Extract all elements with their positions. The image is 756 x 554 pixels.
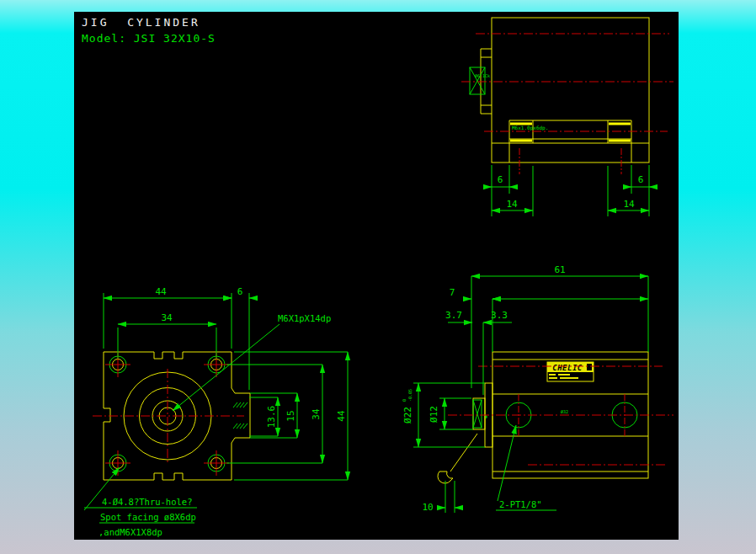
bore-mark: Ø32 bbox=[561, 409, 568, 414]
dim-height-44: 44 bbox=[336, 410, 347, 422]
note-spot-facing: Spot facing ø8X6dp bbox=[100, 512, 196, 522]
dim-15: 15 bbox=[285, 410, 296, 421]
port-leader: 2-PT1/8" bbox=[496, 425, 556, 510]
dim-14-right: 14 bbox=[623, 199, 635, 210]
dim-ext-6: 6 bbox=[237, 286, 243, 297]
wrench-symbol bbox=[438, 434, 477, 483]
brand-label: CHELIC bbox=[552, 364, 583, 372]
cad-drawing: JIG CYLINDER Model: JSI 32X10-S bbox=[74, 12, 679, 540]
dim-rod-7: 7 bbox=[450, 287, 455, 298]
dim-3-7: 3.7 bbox=[445, 310, 462, 321]
dim-13-6: 13.6 bbox=[266, 406, 277, 429]
note-thread: ,andM6X1X8dp bbox=[98, 527, 162, 537]
front-view-centerlines bbox=[93, 352, 244, 476]
front-view-notes: 4-Ø4.8?Thru-hole? Spot facing ø8X6dp ,an… bbox=[84, 467, 197, 537]
rod-port-label: Ø6.1Ck bbox=[475, 73, 490, 78]
front-view: 44 6 34 13.6 15 34 bbox=[84, 286, 348, 537]
thread-leader-label: M6X1pX14dp bbox=[278, 313, 331, 323]
dim-dia22-tol-lower: -0.05 bbox=[407, 389, 413, 402]
dim-dia22-tol-upper: 0 bbox=[402, 399, 407, 402]
dim-6-right: 6 bbox=[638, 174, 644, 185]
page-title: JIG CYLINDER bbox=[82, 16, 200, 29]
front-view-thread-leader: M6X1pX14dp bbox=[173, 313, 331, 411]
brand-plate: CHELIC bbox=[547, 362, 594, 381]
top-view-centerlines bbox=[461, 34, 673, 174]
port-leader-label: 2-PT1/8" bbox=[499, 499, 542, 509]
dim-dia22: Ø22 bbox=[402, 407, 413, 423]
dim-bolt-h-34: 34 bbox=[161, 312, 173, 323]
dim-14-left: 14 bbox=[506, 199, 518, 210]
top-view: 6 6 14 14 M6x1.0px6dp. Ø6.1Ck bbox=[461, 18, 673, 216]
dim-bolt-v-34: 34 bbox=[311, 408, 322, 420]
dim-3-3: 3.3 bbox=[491, 310, 508, 321]
desktop-background: JIG CYLINDER Model: JSI 32X10-S bbox=[0, 0, 756, 554]
dim-wrench-10: 10 bbox=[422, 502, 433, 513]
side-view-dimensions: 61 7 3.7 3.3 Ø22 0 -0.05 bbox=[402, 264, 648, 513]
dim-dia12: Ø12 bbox=[429, 406, 439, 423]
note-thru-hole: 4-Ø4.8?Thru-hole? bbox=[102, 497, 192, 507]
dim-width-44: 44 bbox=[155, 286, 167, 297]
model-label: Model: JSI 32X10-S bbox=[82, 32, 216, 45]
top-view-outline bbox=[481, 18, 649, 162]
dim-6-left: 6 bbox=[498, 174, 503, 185]
top-view-dimensions: 6 6 14 14 bbox=[483, 165, 658, 216]
top-view-rod-thread-symbol bbox=[470, 67, 485, 94]
side-view: Φ CHELIC Ø32 bbox=[402, 264, 673, 513]
dim-total-61: 61 bbox=[554, 264, 565, 275]
slot-thread-label: M6x1.0px6dp. bbox=[512, 125, 548, 131]
cad-canvas[interactable]: JIG CYLINDER Model: JSI 32X10-S bbox=[74, 12, 679, 540]
